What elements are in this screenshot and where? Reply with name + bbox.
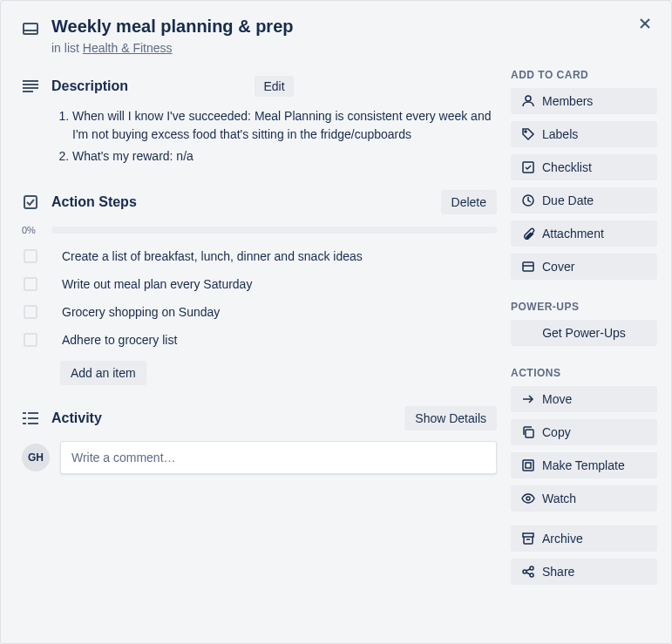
actions-title: ACTIONS (511, 367, 657, 379)
checklist-item[interactable]: Adhere to grocery list (22, 326, 497, 354)
progress-percent: 0% (22, 225, 44, 235)
edit-description-button[interactable]: Edit (255, 76, 293, 97)
svg-rect-11 (23, 417, 26, 419)
main-column: Weekly meal planning & prep in list Heal… (22, 15, 497, 629)
activity-icon (22, 411, 39, 425)
svg-point-30 (530, 573, 533, 577)
svg-rect-8 (24, 196, 37, 208)
svg-rect-19 (523, 262, 533, 271)
attachment-icon (521, 227, 535, 241)
svg-rect-5 (23, 84, 38, 85)
svg-point-28 (523, 570, 526, 573)
description-icon (22, 79, 39, 93)
progress-bar (51, 227, 497, 234)
checklist-text: Write out meal plan every Saturday (62, 277, 252, 291)
action-steps-section: Action Steps Delete 0% Create a list of … (22, 190, 497, 385)
eye-icon (521, 491, 535, 505)
description-section: Description Edit When will I know I've s… (22, 76, 497, 169)
list-info: in list Health & Fitness (51, 41, 293, 55)
cover-button[interactable]: Cover (511, 254, 657, 280)
svg-rect-7 (23, 91, 33, 92)
svg-rect-2 (24, 24, 37, 34)
activity-section: Activity Show Details GH (22, 406, 497, 474)
members-button[interactable]: Members (511, 88, 657, 114)
svg-rect-14 (28, 423, 38, 424)
checkbox[interactable] (24, 305, 37, 319)
checklist-text: Create a list of breakfast, lunch, dinne… (62, 249, 363, 263)
svg-point-15 (526, 96, 531, 101)
checklist-icon (22, 194, 39, 210)
svg-rect-10 (28, 412, 38, 414)
show-details-button[interactable]: Show Details (404, 406, 497, 430)
checklist-item[interactable]: Create a list of breakfast, lunch, dinne… (22, 242, 497, 270)
card-modal: Weekly meal planning & prep in list Heal… (0, 0, 672, 644)
close-button[interactable] (631, 10, 659, 37)
archive-button[interactable]: Archive (511, 525, 657, 552)
cover-icon (521, 260, 535, 274)
add-item-button[interactable]: Add an item (60, 361, 146, 385)
svg-rect-12 (28, 417, 38, 419)
svg-rect-13 (23, 423, 26, 424)
members-icon (521, 94, 535, 108)
checklist-button[interactable]: Checklist (511, 154, 657, 180)
clock-icon (521, 193, 535, 207)
share-button[interactable]: Share (511, 559, 657, 585)
due-date-button[interactable]: Due Date (511, 187, 657, 214)
checkbox[interactable] (24, 333, 37, 347)
close-icon (638, 17, 652, 31)
checklist-icon (521, 160, 535, 174)
copy-button[interactable]: Copy (511, 419, 657, 445)
arrow-right-icon (521, 392, 535, 406)
sidebar: ADD TO CARD Members Labels Checklist (511, 69, 657, 629)
archive-icon (521, 532, 535, 546)
progress-row: 0% (22, 225, 497, 235)
svg-line-31 (526, 569, 530, 571)
description-item: What's my reward: n/a (72, 147, 497, 166)
card-title[interactable]: Weekly meal planning & prep (51, 15, 293, 37)
svg-rect-24 (526, 463, 531, 468)
get-power-ups-button[interactable]: Get Power-Ups (511, 320, 657, 346)
list-link[interactable]: Health & Fitness (83, 41, 173, 55)
delete-checklist-button[interactable]: Delete (441, 190, 497, 214)
comment-input[interactable] (60, 441, 497, 474)
checklist-item[interactable]: Grocery shopping on Sunday (22, 298, 497, 326)
svg-rect-4 (23, 80, 38, 82)
svg-rect-23 (523, 460, 533, 471)
svg-point-25 (526, 497, 530, 500)
svg-point-29 (530, 566, 533, 570)
copy-icon (521, 425, 535, 439)
svg-rect-6 (23, 87, 38, 89)
move-button[interactable]: Move (511, 386, 657, 412)
action-steps-title: Action Steps (51, 194, 429, 210)
checklist-text: Grocery shopping on Sunday (62, 305, 220, 319)
avatar[interactable]: GH (22, 444, 50, 471)
add-to-card-title: ADD TO CARD (511, 69, 657, 81)
checklist-item[interactable]: Write out meal plan every Saturday (22, 270, 497, 298)
make-template-button[interactable]: Make Template (511, 452, 657, 478)
checkbox[interactable] (24, 249, 37, 263)
power-ups-title: POWER-UPS (511, 301, 657, 313)
svg-rect-9 (23, 412, 26, 414)
svg-line-32 (526, 573, 530, 574)
activity-title: Activity (51, 410, 392, 426)
card-icon (22, 20, 39, 41)
checklist-text: Adhere to grocery list (62, 333, 177, 347)
checkbox[interactable] (24, 277, 37, 291)
description-title: Description (51, 78, 242, 94)
card-header: Weekly meal planning & prep in list Heal… (22, 15, 497, 55)
svg-point-16 (525, 131, 526, 132)
description-item: When will I know I've succeeded: Meal Pl… (72, 107, 497, 144)
labels-button[interactable]: Labels (511, 121, 657, 147)
labels-icon (521, 127, 535, 141)
svg-rect-22 (526, 430, 533, 437)
share-icon (521, 565, 535, 579)
attachment-button[interactable]: Attachment (511, 220, 657, 247)
template-icon (521, 458, 535, 472)
watch-button[interactable]: Watch (511, 485, 657, 512)
svg-rect-26 (523, 533, 533, 537)
description-content[interactable]: When will I know I've succeeded: Meal Pl… (51, 107, 497, 166)
